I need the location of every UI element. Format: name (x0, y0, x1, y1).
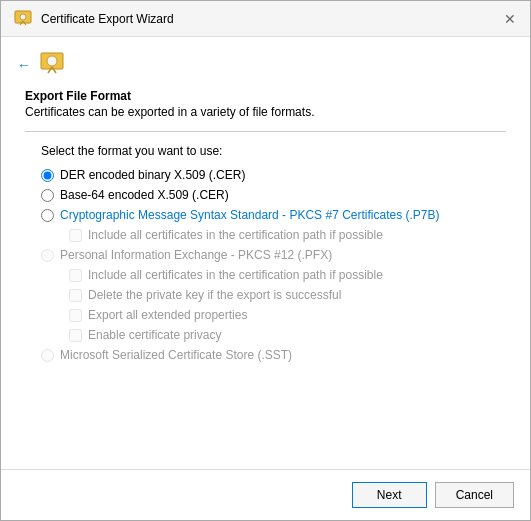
checkbox-pfx-privacy[interactable]: Enable certificate privacy (69, 328, 506, 342)
cancel-button[interactable]: Cancel (435, 482, 514, 508)
close-button[interactable]: ✕ (502, 11, 518, 27)
wizard-nav: ← (1, 37, 530, 89)
svg-point-1 (20, 14, 26, 20)
chk-pkcs7-include[interactable] (69, 229, 82, 242)
checkbox-pfx-delete-key[interactable]: Delete the private key if the export is … (69, 288, 506, 302)
content-area: Export File Format Certificates can be e… (1, 89, 530, 469)
chk-pfx-extended[interactable] (69, 309, 82, 322)
chk-pfx-include[interactable] (69, 269, 82, 282)
radio-base64-label: Base-64 encoded X.509 (.CER) (60, 188, 229, 202)
title-bar-left: Certificate Export Wizard (13, 9, 174, 29)
radio-pfx[interactable] (41, 249, 54, 262)
chk-pfx-privacy[interactable] (69, 329, 82, 342)
svg-point-5 (47, 56, 57, 66)
wizard-window: Certificate Export Wizard ✕ ← Export Fil… (0, 0, 531, 521)
chk-pfx-privacy-label: Enable certificate privacy (88, 328, 221, 342)
window-title: Certificate Export Wizard (41, 12, 174, 26)
wizard-icon (39, 49, 71, 81)
select-format-label: Select the format you want to use: (41, 144, 506, 158)
back-button[interactable]: ← (17, 57, 31, 73)
radio-option-base64[interactable]: Base-64 encoded X.509 (.CER) (41, 188, 506, 202)
divider (25, 131, 506, 132)
radio-pfx-label: Personal Information Exchange - PKCS #12… (60, 248, 332, 262)
radio-option-pfx[interactable]: Personal Information Exchange - PKCS #12… (41, 248, 506, 262)
footer: Next Cancel (1, 469, 530, 520)
radio-pkcs7-label: Cryptographic Message Syntax Standard - … (60, 208, 440, 222)
format-section: Select the format you want to use: DER e… (25, 144, 506, 362)
chk-pfx-extended-label: Export all extended properties (88, 308, 247, 322)
radio-sst[interactable] (41, 349, 54, 362)
radio-sst-label: Microsoft Serialized Certificate Store (… (60, 348, 292, 362)
radio-base64[interactable] (41, 189, 54, 202)
radio-option-der[interactable]: DER encoded binary X.509 (.CER) (41, 168, 506, 182)
radio-pkcs7[interactable] (41, 209, 54, 222)
radio-der-label: DER encoded binary X.509 (.CER) (60, 168, 245, 182)
chk-pfx-include-label: Include all certificates in the certific… (88, 268, 383, 282)
chk-pkcs7-include-label: Include all certificates in the certific… (88, 228, 383, 242)
radio-der[interactable] (41, 169, 54, 182)
checkbox-pkcs7-include[interactable]: Include all certificates in the certific… (69, 228, 506, 242)
radio-option-sst[interactable]: Microsoft Serialized Certificate Store (… (41, 348, 506, 362)
section-desc: Certificates can be exported in a variet… (25, 105, 506, 119)
radio-option-pkcs7[interactable]: Cryptographic Message Syntax Standard - … (41, 208, 506, 222)
next-button[interactable]: Next (352, 482, 427, 508)
section-title: Export File Format (25, 89, 506, 103)
title-bar: Certificate Export Wizard ✕ (1, 1, 530, 37)
chk-pfx-delete-key[interactable] (69, 289, 82, 302)
section-header: Export File Format Certificates can be e… (25, 89, 506, 119)
chk-pfx-delete-key-label: Delete the private key if the export is … (88, 288, 341, 302)
certificate-icon (13, 9, 33, 29)
checkbox-pfx-extended[interactable]: Export all extended properties (69, 308, 506, 322)
checkbox-pfx-include[interactable]: Include all certificates in the certific… (69, 268, 506, 282)
